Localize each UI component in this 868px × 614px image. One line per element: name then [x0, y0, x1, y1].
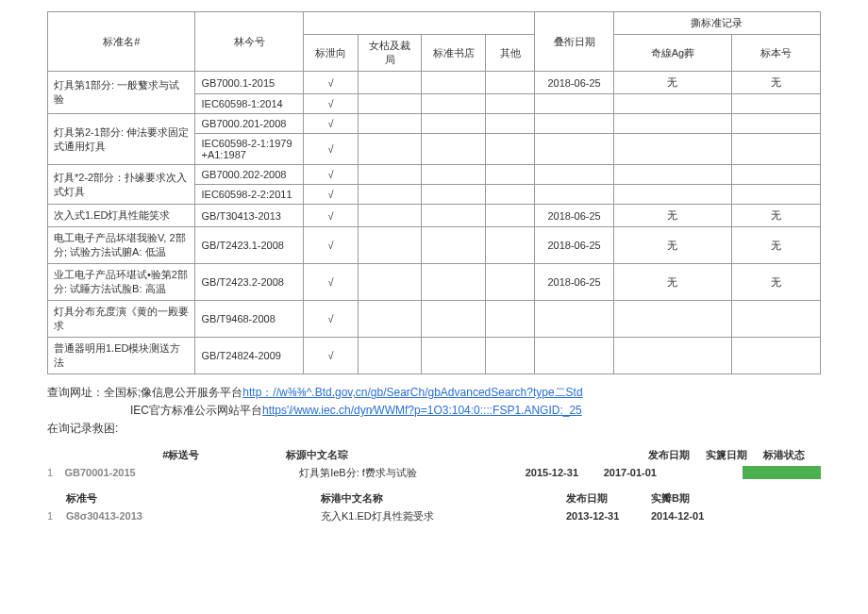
- cell-c1: √: [304, 185, 358, 205]
- h2-d1: 发布日期: [566, 491, 651, 506]
- th-group-blank: [304, 12, 535, 35]
- r1-name: 灯具第IeB分: f费求与试验: [299, 466, 526, 480]
- cell-c1: √: [304, 134, 358, 165]
- h2-name: 标港中文名称: [321, 491, 566, 506]
- cell-r1: [613, 185, 731, 205]
- standards-table: 标准名# 林今号 叠衔日期 撕标准记录 标泄向 女枯及裁局 标准书店 其他 奇線…: [47, 11, 821, 374]
- cell-name: 灯具*2-2部分：扑缘要求次入式灯具: [48, 165, 195, 205]
- cell-r1: [613, 301, 731, 338]
- record-row-1: 1 GB70001-2015 灯具第IeB分: f费求与试验 2015-12-3…: [47, 464, 821, 482]
- th-name: 标准名#: [48, 12, 195, 72]
- r1-highlight: [743, 466, 821, 479]
- cell-date: 2018-06-25: [535, 227, 613, 264]
- link-line-1: 查询网址：全国标;像信息公开服务平台http：//w⅜⅜^.Btd.gov,cn…: [47, 384, 821, 402]
- cell-num: GB/T9468-2008: [195, 301, 304, 338]
- cell-r2: [732, 185, 821, 205]
- cell-date: 2018-06-25: [535, 205, 613, 227]
- cell-date: [535, 301, 613, 338]
- r1-idx: 1: [47, 467, 64, 478]
- table-row: 灯具第1部分: 一般蘩求与试验GB7000.1-2015√2018-06-25无…: [48, 72, 821, 94]
- cell-c4: [486, 205, 535, 227]
- cell-r2: [732, 338, 821, 374]
- cell-c1: √: [304, 301, 358, 338]
- h1-name: 标源中文名琮: [286, 448, 500, 462]
- link1-url[interactable]: http：//w⅜⅜^.Btd.gov,cn/gb/SearCh/gbAdvan…: [242, 386, 582, 399]
- cell-r1: 无: [613, 72, 731, 94]
- cell-name: 灯具第2-1部分: 伸法要求固定式通用灯具: [48, 114, 195, 165]
- cell-c2: [358, 134, 422, 165]
- cell-c3: [422, 94, 486, 114]
- record-row-2: 1 G8σ30413-2013 充入K1.ED灯具性菀受求 2013-12-31…: [47, 507, 821, 525]
- cell-c4: [486, 94, 535, 114]
- records-block: #标送号 标源中文名琮 发布日期 实篪日期 标港状态 1 GB70001-201…: [47, 446, 821, 525]
- table-row: 灯具第2-1部分: 伸法要求固定式通用灯具GB7000.201-2008√: [48, 114, 821, 134]
- link-line-3: 在询记录救困:: [47, 420, 821, 438]
- cell-date: 2018-06-25: [535, 264, 613, 301]
- th-c4: 其他: [486, 35, 535, 72]
- h2-code: 标准号: [66, 491, 179, 506]
- cell-c3: [422, 185, 486, 205]
- cell-num: GB7000.202-2008: [195, 165, 304, 185]
- cell-c3: [422, 338, 486, 374]
- table-row: 灯具*2-2部分：扑缘要求次入式灯具GB7000.202-2008√: [48, 165, 821, 185]
- cell-c3: [422, 205, 486, 227]
- cell-c4: [486, 264, 535, 301]
- th-c1: 标泄向: [304, 35, 358, 72]
- cell-c1: √: [304, 227, 358, 264]
- th-r2: 标本号: [732, 35, 821, 72]
- cell-c3: [422, 134, 486, 165]
- cell-name: 业工电子产品环堪试•验第2部分: 试睡方法试脸B: 高温: [48, 264, 195, 301]
- cell-c1: √: [304, 205, 358, 227]
- link2-url[interactable]: https'/∕www.iec.ch/dyn∕WWMf?p=1O3:104:0:…: [262, 404, 582, 417]
- table-row: 次入式1.ED灯具性能笑求GB/T30413-2013√2018-06-25无无: [48, 205, 821, 227]
- table-row: 电工电子产品坏堪我验V, 2部分; 试验方法试腑A: 低温GB/T2423.1-…: [48, 227, 821, 264]
- cell-num: GB/T24824-2009: [195, 338, 304, 374]
- cell-c1: √: [304, 72, 358, 94]
- cell-date: [535, 165, 613, 185]
- link1-label: 查询网址：全国标;像信息公开服务平台: [47, 386, 242, 399]
- cell-num: GB/T2423.1-2008: [195, 227, 304, 264]
- r2-d1: 2013-12-31: [566, 510, 651, 522]
- r2-idx: 1: [47, 510, 66, 522]
- h1-code: #标送号: [162, 448, 286, 462]
- cell-c2: [358, 94, 422, 114]
- r1-d2: 2017-01-01: [604, 467, 682, 478]
- cell-c3: [422, 165, 486, 185]
- cell-c3: [422, 227, 486, 264]
- cell-c1: √: [304, 165, 358, 185]
- table-row: 灯具分布充度演《黄的一殿要求GB/T9468-2008√: [48, 301, 821, 338]
- cell-c2: [358, 165, 422, 185]
- cell-date: 2018-06-25: [535, 72, 613, 94]
- cell-c4: [486, 338, 535, 374]
- r1-code: GB70001-2015: [64, 467, 169, 478]
- cell-num: GB7000.201-2008: [195, 114, 304, 134]
- cell-date: [535, 94, 613, 114]
- link2-label: IEC官方标准公示网站平台: [130, 404, 262, 417]
- th-date: 叠衔日期: [535, 12, 613, 72]
- cell-r1: [613, 94, 731, 114]
- cell-c2: [358, 227, 422, 264]
- r2-code: G8σ30413-2013: [66, 510, 179, 522]
- cell-c3: [422, 301, 486, 338]
- cell-c2: [358, 185, 422, 205]
- cell-c3: [422, 72, 486, 94]
- th-r1: 奇線Ag葬: [613, 35, 731, 72]
- r1-d1: 2015-12-31: [526, 467, 604, 478]
- th-c2: 女枯及裁局: [358, 35, 422, 72]
- r2-name: 充入K1.ED灯具性菀受求: [321, 509, 566, 523]
- cell-r1: [613, 165, 731, 185]
- links-block: 查询网址：全国标;像信息公开服务平台http：//w⅜⅜^.Btd.gov,cn…: [47, 384, 821, 439]
- cell-name: 电工电子产品坏堪我验V, 2部分; 试验方法试腑A: 低温: [48, 227, 195, 264]
- cell-c2: [358, 264, 422, 301]
- table-body: 灯具第1部分: 一般蘩求与试验GB7000.1-2015√2018-06-25无…: [48, 72, 821, 374]
- cell-c4: [486, 301, 535, 338]
- cell-r2: [732, 94, 821, 114]
- cell-name: 灯具分布充度演《黄的一殿要求: [48, 301, 195, 338]
- cell-c3: [422, 114, 486, 134]
- cell-c2: [358, 205, 422, 227]
- cell-r2: [732, 301, 821, 338]
- cell-c4: [486, 185, 535, 205]
- cell-r1: [613, 114, 731, 134]
- cell-r2: 无: [732, 72, 821, 94]
- r2-d2: 2014-12-01: [651, 510, 736, 522]
